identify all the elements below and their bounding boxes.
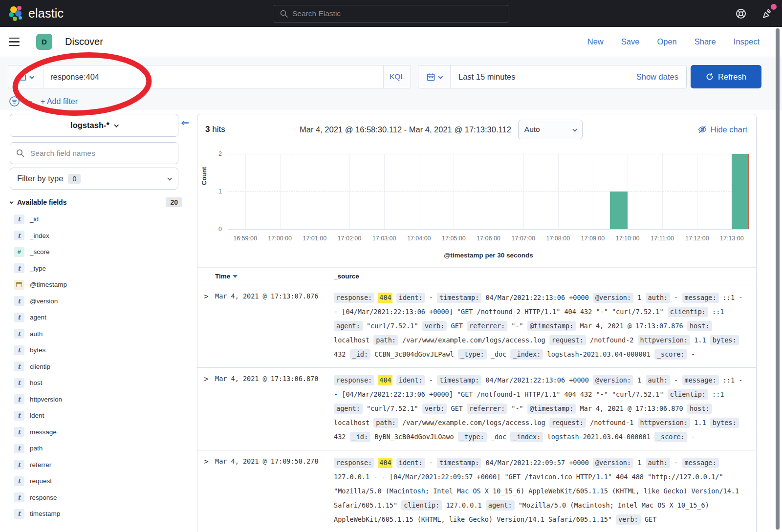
y-tick-label: 2 — [218, 150, 222, 157]
field-search-input[interactable] — [29, 149, 172, 158]
help-icon[interactable] — [735, 8, 747, 20]
x-tick-label: 16:59:00 — [233, 235, 257, 242]
field-item-timestamp[interactable]: ttimestamp — [10, 506, 185, 522]
expand-row-icon[interactable]: > — [197, 291, 215, 362]
field-item-clientip[interactable]: tclientip — [10, 359, 185, 375]
field-name: _type — [30, 265, 46, 272]
field-item-bytes[interactable]: tbytes — [10, 342, 185, 359]
time-range-value[interactable]: Last 15 minutes — [451, 72, 636, 82]
available-fields-accordion[interactable]: Available fields 20 — [10, 197, 185, 207]
field-item-response[interactable]: tresponse — [10, 489, 185, 506]
field-item-httpversion[interactable]: thttpversion — [10, 391, 185, 408]
field-name-badge: timestamp: — [437, 375, 481, 385]
field-name-badge: timestamp: — [437, 293, 481, 303]
field-item-host[interactable]: thost — [10, 375, 185, 391]
field-name-badge: host: — [687, 404, 712, 414]
field-type-icon: t — [14, 460, 24, 469]
filter-by-type-select[interactable]: Filter by type 0 — [10, 168, 178, 190]
elastic-logo-icon — [9, 6, 23, 21]
chart-time-range: Mar 4, 2021 @ 16:58:30.112 - Mar 4, 2021… — [300, 125, 511, 134]
field-name-badge: message: — [682, 293, 719, 303]
field-name: response — [30, 494, 57, 501]
field-name-badge: _score: — [654, 349, 687, 360]
field-item-_id[interactable]: t_id — [10, 211, 185, 228]
news-icon[interactable] — [761, 8, 773, 20]
field-item-ident[interactable]: tident — [10, 407, 185, 424]
field-name-badge: httpversion: — [638, 418, 691, 428]
field-type-icon: t — [14, 214, 24, 224]
field-item-@timestamp[interactable]: @timestamp — [10, 277, 185, 293]
field-item-auth[interactable]: tauth — [10, 326, 185, 342]
interval-select[interactable]: Auto — [518, 120, 583, 139]
results-table-body: >Mar 4, 2021 @ 17:13:07.876response: 404… — [197, 285, 756, 532]
open-button[interactable]: Open — [657, 37, 676, 46]
refresh-button[interactable]: Refresh — [691, 65, 761, 88]
add-filter-button[interactable]: + Add filter — [41, 97, 78, 106]
field-name-badge: agent: — [334, 321, 363, 331]
x-tick-label: 17:00:00 — [268, 235, 292, 242]
field-name-badge: message: — [682, 458, 719, 468]
hide-chart-button[interactable]: Hide chart — [698, 125, 747, 134]
field-name: _index — [30, 232, 49, 239]
collapse-sidebar-icon[interactable]: ⇐ — [181, 117, 189, 128]
field-name-badge: response: — [334, 458, 374, 468]
x-tick-label: 17:07:00 — [511, 235, 535, 242]
field-type-icon: t — [14, 444, 24, 453]
date-quick-menu-button[interactable] — [418, 65, 451, 88]
share-button[interactable]: Share — [695, 37, 716, 46]
expand-row-icon[interactable]: > — [197, 373, 215, 444]
field-name-badge: agent: — [334, 404, 363, 414]
field-type-icon — [14, 280, 24, 290]
global-search-box[interactable]: Search Elastic — [274, 5, 508, 22]
discover-app-badge[interactable]: D — [36, 34, 52, 50]
time-column-header[interactable]: Time — [215, 273, 334, 280]
show-dates-button[interactable]: Show dates — [636, 72, 686, 82]
field-type-icon: # — [14, 247, 24, 257]
field-item-_score[interactable]: #_score — [10, 244, 185, 260]
field-name-badge: ident: — [396, 375, 425, 385]
row-source: response: 404 ident: - timestamp: 04/Mar… — [334, 456, 756, 527]
x-tick-label: 17:04:00 — [407, 235, 431, 242]
field-value: ::1 — [712, 308, 724, 316]
filter-icon[interactable] — [9, 96, 20, 107]
saved-query-menu-button[interactable] — [8, 65, 43, 88]
query-input[interactable] — [43, 65, 383, 88]
field-item-path[interactable]: tpath — [10, 440, 185, 457]
field-name: _score — [30, 248, 50, 255]
x-tick-label: 17:12:00 — [685, 235, 709, 242]
save-button[interactable]: Save — [621, 37, 640, 46]
kql-button[interactable]: KQL — [383, 65, 411, 88]
field-item-message[interactable]: tmessage — [10, 424, 185, 441]
field-name: auth — [30, 330, 43, 338]
field-item-request[interactable]: trequest — [10, 473, 185, 489]
field-item-_index[interactable]: t_index — [10, 228, 185, 244]
expand-row-icon[interactable]: > — [197, 456, 215, 527]
new-button[interactable]: New — [587, 37, 604, 46]
field-name-badge: _index: — [510, 432, 543, 442]
histogram-bar[interactable] — [732, 154, 749, 229]
y-tick-label: 0 — [218, 226, 222, 233]
field-value: 432 — [334, 433, 346, 441]
field-search-box[interactable] — [10, 142, 178, 164]
index-pattern-select[interactable]: logstash-* — [10, 114, 178, 137]
elastic-logo[interactable]: elastic — [9, 6, 64, 21]
field-type-icon: t — [14, 313, 24, 322]
field-name-badge: _type: — [458, 432, 487, 442]
inspect-button[interactable]: Inspect — [734, 37, 760, 46]
field-item-@version[interactable]: t@version — [10, 293, 185, 310]
field-item-referrer[interactable]: treferrer — [10, 457, 185, 473]
field-item-_type[interactable]: t_type — [10, 260, 185, 277]
row-time: Mar 4, 2021 @ 17:13:07.876 — [215, 291, 334, 362]
x-tick-label: 17:13:00 — [720, 235, 744, 242]
field-item-agent[interactable]: tagent — [10, 309, 185, 326]
field-name-badge: referrer: — [467, 404, 507, 414]
histogram-bar[interactable] — [610, 192, 628, 229]
calendar-icon — [427, 73, 435, 81]
menu-icon[interactable] — [9, 38, 20, 46]
field-name-badge: clientip: — [401, 500, 442, 511]
chevron-down-icon — [114, 123, 119, 128]
field-value: 127.0.0.1 — [446, 501, 481, 509]
field-name: agent — [30, 314, 46, 321]
filter-divider — [27, 101, 32, 102]
page-scrollbar[interactable] — [776, 28, 780, 530]
